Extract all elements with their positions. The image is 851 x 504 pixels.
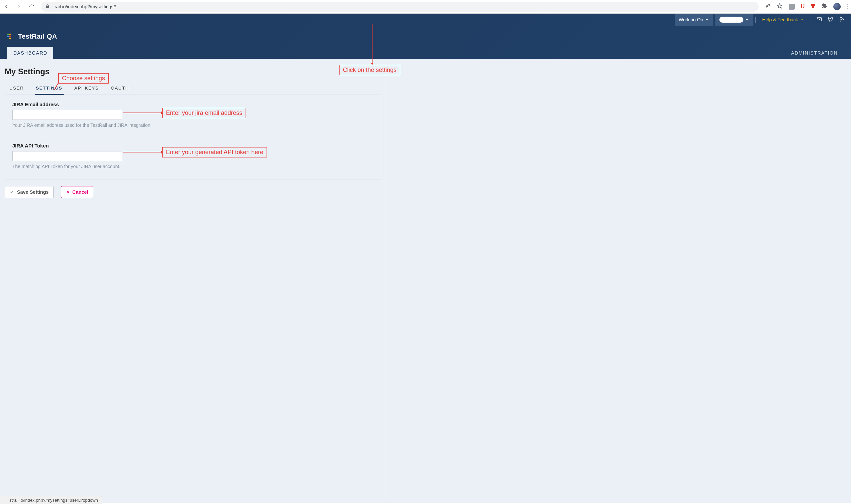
- save-button[interactable]: Save Settings: [5, 186, 54, 198]
- tab-settings[interactable]: SETTINGS: [35, 82, 64, 95]
- nav-forward-icon[interactable]: [16, 4, 22, 10]
- jira-token-input[interactable]: [12, 151, 122, 161]
- profile-avatar[interactable]: [833, 3, 841, 10]
- chevron-down-icon: [745, 17, 749, 22]
- field-jira-email-label: JIRA Email address: [12, 102, 374, 107]
- cancel-button[interactable]: Cancel: [61, 186, 93, 198]
- divider: [12, 136, 182, 136]
- side-column: [386, 59, 480, 503]
- browser-toolbar: .rail.io/index.php?/mysettings# U: [0, 0, 851, 14]
- cancel-button-label: Cancel: [72, 190, 88, 195]
- mail-icon[interactable]: [816, 16, 822, 23]
- testrail-logo-icon: [7, 34, 13, 39]
- red-notification-icon[interactable]: [811, 4, 815, 9]
- check-icon: [10, 190, 14, 195]
- annotation-enter-email: Enter your jira email address: [162, 108, 246, 118]
- jira-email-input[interactable]: [12, 110, 122, 120]
- app-topbar: Working On Help & Feedback: [0, 14, 851, 25]
- separator: [756, 17, 756, 23]
- annotation-line: [123, 152, 162, 152]
- address-bar-url: .rail.io/index.php?/mysettings#: [53, 4, 116, 9]
- brand-bar: TestRail QA: [0, 25, 851, 47]
- browser-statusbar: strail.io/index.php?/mysettings#userDrop…: [0, 496, 102, 503]
- ublock-icon[interactable]: U: [801, 4, 805, 10]
- help-dropdown[interactable]: Help & Feedback: [758, 14, 807, 25]
- app-nav: DASHBOARD ADMINISTRATION: [0, 47, 851, 59]
- annotation-line: [123, 112, 162, 113]
- field-jira-email-help: Your JIRA email address used for the Tes…: [12, 123, 374, 128]
- working-on-label: Working On: [679, 17, 704, 22]
- save-button-label: Save Settings: [17, 190, 49, 195]
- annotation-enter-token: Enter your generated API token here: [162, 147, 267, 158]
- main-column: My Settings USER SETTINGS API KEYS OAUTH…: [0, 59, 386, 503]
- close-icon: [66, 190, 70, 195]
- annotation-click-settings: Click on the settings: [339, 65, 400, 75]
- annotation-arrowhead: [161, 151, 163, 154]
- extension-icon[interactable]: [789, 4, 795, 10]
- settings-tabs: USER SETTINGS API KEYS OAUTH: [5, 82, 381, 95]
- svg-point-2: [840, 21, 841, 21]
- key-icon[interactable]: [765, 3, 771, 10]
- annotation-arrowhead: [161, 111, 163, 114]
- nav-reload-icon[interactable]: [29, 4, 35, 10]
- help-label: Help & Feedback: [762, 17, 798, 22]
- browser-menu-icon[interactable]: [847, 4, 848, 9]
- svg-rect-1: [817, 17, 822, 21]
- field-jira-token-help: The matching API Token for your JIRA use…: [12, 164, 374, 169]
- star-icon[interactable]: [777, 3, 783, 10]
- tab-user[interactable]: USER: [8, 82, 25, 94]
- annotation-arrowhead: [371, 63, 374, 65]
- chevron-down-icon: [800, 17, 803, 22]
- nav-tab-dashboard[interactable]: DASHBOARD: [7, 47, 53, 59]
- user-dropdown[interactable]: [715, 14, 753, 25]
- app-header: Working On Help & Feedback TestRail QA D…: [0, 14, 851, 59]
- lock-icon: [45, 4, 50, 10]
- brand-name: TestRail QA: [18, 33, 57, 40]
- annotation-line: [372, 24, 372, 64]
- separator: [810, 17, 810, 23]
- tab-oauth[interactable]: OAUTH: [110, 82, 131, 94]
- username-redacted: [719, 17, 743, 23]
- chevron-down-icon: [706, 17, 709, 22]
- nav-tab-administration[interactable]: ADMINISTRATION: [785, 47, 844, 59]
- tab-api-keys[interactable]: API KEYS: [73, 82, 100, 94]
- rss-icon[interactable]: [839, 16, 845, 23]
- working-on-dropdown[interactable]: Working On: [675, 14, 713, 25]
- nav-back-icon[interactable]: [3, 4, 9, 10]
- page-body: My Settings USER SETTINGS API KEYS OAUTH…: [0, 59, 851, 503]
- extensions-puzzle-icon[interactable]: [821, 3, 827, 10]
- annotation-choose-settings: Choose settings: [58, 73, 109, 84]
- twitter-icon[interactable]: [828, 16, 834, 23]
- form-actions: Save Settings Cancel: [5, 186, 381, 198]
- address-bar[interactable]: .rail.io/index.php?/mysettings#: [41, 2, 759, 12]
